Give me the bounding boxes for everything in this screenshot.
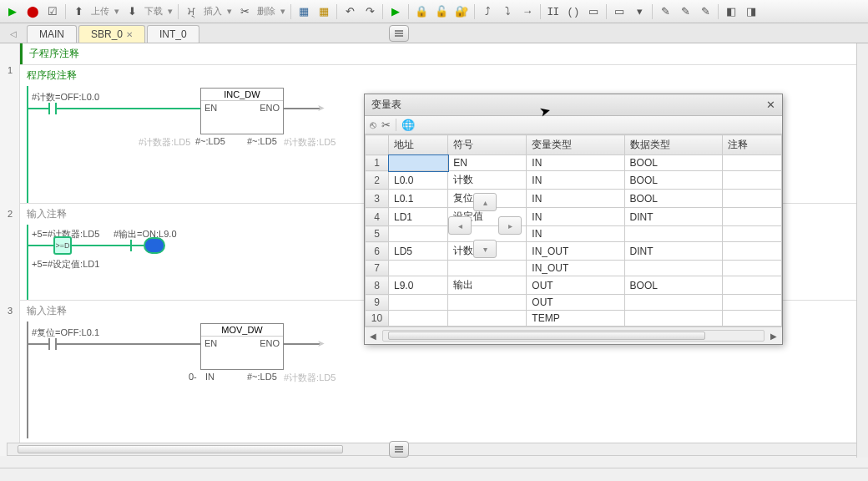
cell-address[interactable] (389, 155, 448, 171)
dlg-tool-2[interactable]: ✂ (381, 119, 391, 131)
cell-comment[interactable] (722, 190, 781, 208)
stop-button[interactable]: ⬤ (23, 3, 42, 21)
cell-comment[interactable] (722, 261, 781, 276)
line-right-button[interactable]: → (518, 3, 537, 21)
cell-symbol[interactable]: 计数器 (448, 242, 527, 261)
go-button[interactable]: ▶ (386, 3, 405, 21)
col-address[interactable]: 地址 (389, 135, 448, 155)
table-row[interactable]: 9OUT (366, 295, 782, 311)
cell-address[interactable] (389, 226, 448, 242)
cell-comment[interactable] (722, 242, 781, 261)
dialog-h-scrollbar[interactable]: ◀ ▶ (365, 327, 782, 344)
download-icon[interactable]: ⬇ (123, 3, 141, 21)
cell-comment[interactable] (722, 295, 781, 311)
table-row[interactable]: 10TEMP (366, 311, 782, 327)
view1-button[interactable]: ▭ (610, 3, 628, 21)
cell-datatype[interactable] (624, 261, 722, 276)
col-vartype[interactable]: 变量类型 (527, 135, 624, 155)
branch-down-button[interactable]: ⤵ (498, 3, 517, 21)
cell-comment[interactable] (722, 311, 781, 327)
tab-drag-handle-bottom[interactable] (389, 441, 409, 458)
cell-comment[interactable] (722, 208, 781, 226)
compare-contact[interactable]: >=D (53, 236, 72, 255)
lock-button[interactable]: 🔒 (412, 3, 431, 21)
edit2-button[interactable]: ✎ (676, 3, 694, 21)
lock2-button[interactable]: 🔓 (432, 3, 451, 21)
tab-drag-handle-top[interactable] (389, 25, 409, 42)
redo-button[interactable]: ↷ (361, 3, 379, 21)
close-icon[interactable]: ✕ (126, 30, 133, 39)
tab-int0[interactable]: INT_0 (147, 25, 199, 43)
cell-symbol[interactable] (448, 261, 527, 276)
cell-datatype[interactable]: DINT (624, 208, 722, 226)
col-symbol[interactable]: 符号 (448, 135, 527, 155)
cell-symbol[interactable]: 设定值 (448, 208, 527, 226)
tool-a-button[interactable]: ▦ (295, 3, 313, 21)
cell-vartype[interactable]: IN (527, 155, 624, 171)
editor-v-scrollbar[interactable] (856, 43, 868, 458)
undo-button[interactable]: ↶ (341, 3, 359, 21)
upload-icon[interactable]: ⬆ (69, 3, 88, 21)
scroll-left-button[interactable]: ◀ (367, 330, 379, 342)
tab-sbr0[interactable]: SBR_0✕ (78, 25, 145, 43)
table-row[interactable]: 3L0.1复位INBOOL (366, 190, 782, 208)
edit1-button[interactable]: ✎ (656, 3, 674, 21)
scroll-thumb[interactable] (18, 445, 343, 453)
net3-func-box[interactable]: MOV_DW ENENO (200, 323, 284, 370)
cell-symbol[interactable]: 计数 (448, 171, 527, 190)
cell-datatype[interactable]: BOOL (624, 155, 722, 171)
coil-button[interactable]: ( ) (564, 3, 583, 21)
cell-datatype[interactable]: BOOL (624, 190, 722, 208)
dlg-tool-1[interactable]: ⎋ (370, 119, 376, 131)
monitor-button[interactable]: ☑ (43, 3, 62, 21)
table-row[interactable]: 2L0.0计数INBOOL (366, 171, 782, 190)
run-button[interactable]: ▶ (3, 3, 22, 21)
cell-vartype[interactable]: OUT (527, 295, 624, 311)
cell-address[interactable]: L0.1 (389, 190, 448, 208)
col-comment[interactable]: 注释 (722, 135, 781, 155)
table-row[interactable]: 7IN_OUT (366, 261, 782, 276)
dlg-tool-3[interactable]: 🌐 (401, 119, 415, 131)
cell-symbol[interactable]: 复位 (448, 190, 527, 208)
table-row[interactable]: 6LD5计数器IN_OUTDINT (366, 242, 782, 261)
cell-vartype[interactable]: IN (527, 171, 624, 190)
cell-address[interactable]: L0.0 (389, 171, 448, 190)
cell-address[interactable]: LD5 (389, 242, 448, 261)
cell-comment[interactable] (722, 155, 781, 171)
tab-main[interactable]: MAIN (27, 25, 77, 43)
cell-vartype[interactable]: IN (527, 190, 624, 208)
view2-button[interactable]: ▾ (630, 3, 648, 21)
cell-vartype[interactable]: IN (527, 208, 624, 226)
cell-comment[interactable] (722, 171, 781, 190)
cell-vartype[interactable]: IN (527, 226, 624, 242)
edit3-button[interactable]: ✎ (696, 3, 714, 21)
cell-datatype[interactable] (624, 295, 722, 311)
cell-symbol[interactable] (448, 226, 527, 242)
editor-h-scrollbar[interactable] (7, 443, 865, 456)
cell-vartype[interactable]: OUT (527, 276, 624, 295)
insert-icon[interactable]: ਮ੍ (182, 3, 200, 21)
cell-symbol[interactable] (448, 295, 527, 311)
cell-datatype[interactable] (624, 226, 722, 242)
cell-address[interactable] (389, 311, 448, 327)
tab-prev-button[interactable]: ◁ (7, 27, 20, 40)
cell-datatype[interactable] (624, 311, 722, 327)
cell-address[interactable]: LD1 (389, 208, 448, 226)
box-button[interactable]: ▭ (584, 3, 603, 21)
prop1-button[interactable]: ◧ (722, 3, 740, 21)
cell-vartype[interactable]: IN_OUT (527, 261, 624, 276)
net1-func-box[interactable]: INC_DW ENENO (200, 88, 284, 134)
cell-address[interactable]: L9.0 (389, 276, 448, 295)
table-row[interactable]: 1ENINBOOL (366, 155, 782, 171)
cell-symbol[interactable]: 输出 (448, 276, 527, 295)
cell-vartype[interactable]: IN_OUT (527, 242, 624, 261)
cell-symbol[interactable]: EN (448, 155, 527, 171)
output-coil[interactable] (144, 237, 165, 254)
dialog-titlebar[interactable]: 变量表 ✕ (365, 94, 782, 116)
cell-comment[interactable] (722, 226, 781, 242)
tool-b-button[interactable]: ▦ (315, 3, 333, 21)
lock3-button[interactable]: 🔐 (452, 3, 471, 21)
cell-vartype[interactable]: TEMP (527, 311, 624, 327)
cell-datatype[interactable]: DINT (624, 242, 722, 261)
table-row[interactable]: 8L9.0输出OUTBOOL (366, 276, 782, 295)
